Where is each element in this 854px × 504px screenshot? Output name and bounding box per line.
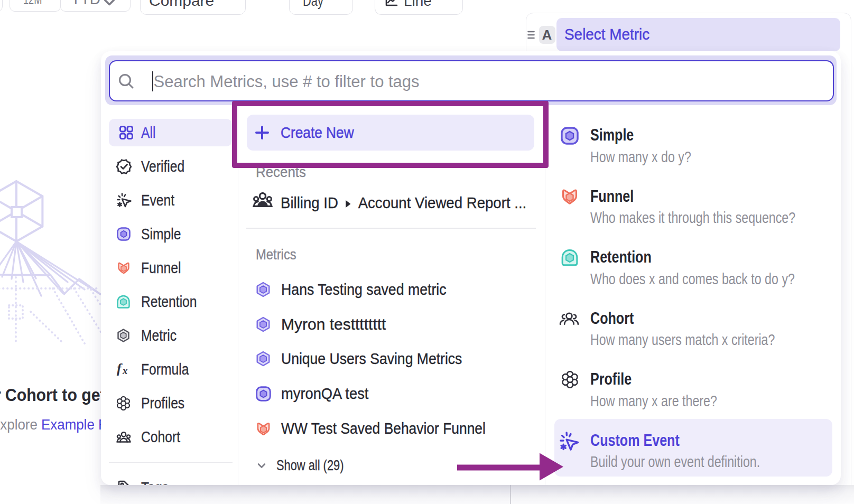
svg-text:x: x bbox=[122, 365, 128, 376]
svg-text:f: f bbox=[117, 362, 123, 376]
